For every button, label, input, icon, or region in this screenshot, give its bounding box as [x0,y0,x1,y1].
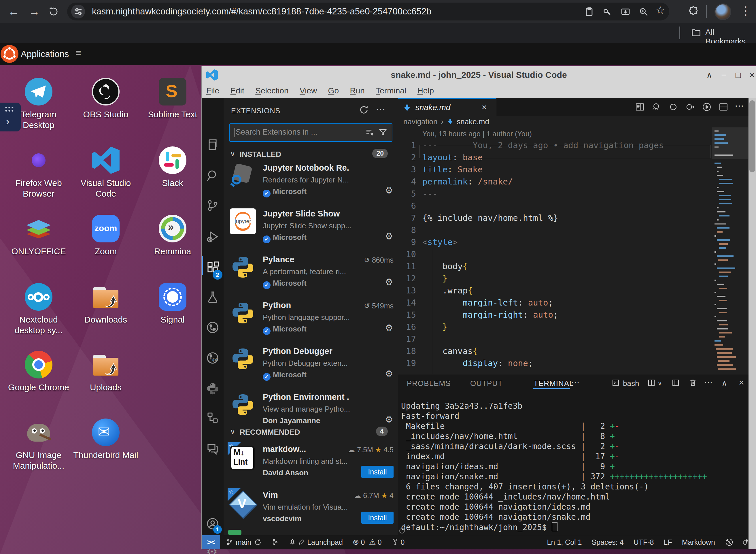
gitlens-annotate-icon[interactable] [652,102,662,112]
page-scrollbar[interactable] [749,98,756,549]
source-control-icon[interactable] [206,199,219,212]
cursor-position[interactable]: Ln 1, Col 1 [547,538,582,547]
installed-section-header[interactable]: ∨ INSTALLED 20 [224,149,398,160]
tab-problems[interactable]: PROBLEMS [407,379,451,388]
sync-icon[interactable] [254,539,262,546]
install-button[interactable]: Install [361,512,393,524]
code-line[interactable]: 4permalink: /snake/ [398,175,712,188]
panel-tabs-more-icon[interactable]: ⋯ [571,377,580,387]
panel-more-icon[interactable]: ⋯ [704,377,713,387]
desktop-icon-chrome[interactable]: Google Chrome [6,351,71,393]
menu-go[interactable]: Go [328,86,339,96]
encoding[interactable]: UTF-8 [634,538,654,547]
desktop-icon-uploads[interactable]: Uploads [73,351,139,393]
terminal-output[interactable]: Updating 3a52a43..7a1fe3bFast-forward Ma… [401,401,707,532]
extension-item[interactable]: Jupyter Notebook Re... Renderers for Jup… [224,160,398,206]
tab-terminal[interactable]: TERMINAL [533,379,574,388]
code-line[interactable]: 12 } [398,272,712,284]
remote-indicator[interactable]: >< [202,535,220,549]
eol[interactable]: LF [664,538,672,547]
clipboard-icon[interactable] [584,7,594,17]
extension-item[interactable]: Python Debugger Python Debugger exten...… [224,344,398,389]
code-line[interactable]: 10 [398,248,712,260]
menu-view[interactable]: View [300,86,317,96]
breadcrumb-file[interactable]: snake.md [457,117,489,126]
split-editor-icon[interactable] [718,102,728,112]
desktop-icon-thunderbird[interactable]: ✉ Thunderbird Mail [73,419,139,460]
code-line[interactable]: 6 [398,200,712,212]
ports-status[interactable]: 0 [391,538,405,547]
tab-snake-md[interactable]: snake.md × [398,98,496,117]
code-line[interactable]: 18 canvas{ [398,345,712,357]
extension-gear-icon[interactable]: ⚙ [385,185,393,196]
url-text[interactable]: kasm.nighthawkcodingsociety.com/#/kasm/c… [92,3,431,20]
branch-status[interactable]: main [226,538,262,547]
browser-menu-icon[interactable]: ⋮ [740,4,751,17]
shell-name[interactable]: bash [623,379,639,388]
desktop-icon-nextcloud[interactable]: Nextcloud desktop sy... [6,283,71,335]
menu-selection[interactable]: Selection [255,86,289,96]
code-line[interactable]: 15 margin-right: auto; [398,309,712,321]
extension-item[interactable]: Python ↺ 549ms Python language suppor...… [224,298,398,344]
codelens-blame[interactable]: You, 13 hours ago | 1 author (You) [422,130,712,138]
clear-filter-icon[interactable] [365,128,374,136]
python-view-icon[interactable] [206,382,219,396]
filter-icon[interactable] [379,128,387,136]
menu-terminal[interactable]: Terminal [376,86,406,96]
cast-download-icon[interactable] [621,7,630,17]
bookmark-star-icon[interactable]: ☆ [655,4,665,16]
url-bar[interactable]: kasm.nighthawkcodingsociety.com/#/kasm/c… [67,3,669,20]
desktop-icon-remmina[interactable]: » Remmina [140,215,205,257]
comments-icon[interactable] [206,442,219,456]
code-line[interactable]: 8 [398,224,712,236]
remote-explorer-icon[interactable]: @ [206,351,219,365]
page-scrollbar-thumb[interactable] [749,100,755,172]
desktop-icon-telegram[interactable]: Telegram Desktop [6,78,71,130]
tab-close-icon[interactable]: × [482,102,487,112]
desktop-icon-sublime[interactable]: S Sublime Text [140,78,205,120]
forward-icon[interactable]: → [29,0,40,23]
screen-reader-off-icon[interactable] [725,538,734,547]
close-button[interactable]: × [746,69,756,81]
maximize-button[interactable]: □ [732,70,745,80]
panel-more-icon[interactable]: ⋯ [376,103,385,115]
code-line[interactable]: 7{% include nav/home.html %} [398,212,712,224]
indentation[interactable]: Spaces: 4 [591,538,624,547]
org-hierarchy-icon[interactable] [206,411,219,425]
desktop-icon-zoom[interactable]: zoom Zoom [73,215,139,257]
maximize-panel-icon[interactable]: ∧ [721,379,728,388]
extension-gear-icon[interactable]: ⚙ [385,277,393,287]
split-terminal-icon[interactable] [647,379,656,387]
kill-terminal-trash-icon[interactable] [689,378,697,387]
git-graph-button[interactable] [271,539,279,546]
testing-icon[interactable] [206,290,219,304]
tab-output[interactable]: OUTPUT [470,379,503,388]
next-change-icon[interactable] [685,102,695,112]
code-line[interactable]: 9<style> [398,236,712,248]
zoom-icon[interactable] [639,7,648,17]
recommended-section-header[interactable]: ∨ RECOMMENDED 4 [224,427,398,438]
desktop-icon-gimp[interactable]: GNU Image Manipulatio... [6,419,71,471]
menu-run[interactable]: Run [350,86,365,96]
code-line[interactable]: 5--- [398,188,712,200]
code-line[interactable]: 19 display: none; [398,357,712,369]
applications-hamburger-icon[interactable]: ≡ [75,47,81,58]
launchpad-button[interactable]: Launchpad [289,538,343,547]
extension-item[interactable]: jupyter Jupyter Slide Show Jupyter Slide… [224,206,398,252]
extensions-puzzle-icon[interactable] [688,6,699,17]
desktop-icon-signal[interactable]: Signal [140,283,205,325]
desktop-icon-vscode[interactable]: Visual Studio Code [73,147,139,199]
extension-gear-icon[interactable]: ⚙ [385,368,393,379]
code-line[interactable]: 11 body{ [398,260,712,272]
panel-layout-icon[interactable] [671,379,680,387]
extension-item[interactable]: Pylance ↺ 860ms A performant, feature-ri… [224,252,398,298]
minimize-button[interactable]: − [717,70,730,80]
menu-file[interactable]: File [206,86,219,96]
desktop-icon-firefox[interactable]: Firefox Web Browser [6,147,71,199]
site-settings-icon[interactable] [71,5,85,18]
desktop-icon-obs[interactable]: OBS Studio [73,78,139,120]
explorer-icon[interactable] [206,138,219,152]
password-key-icon[interactable] [603,7,612,17]
extension-gear-icon[interactable]: ⚙ [385,414,393,425]
applications-menu[interactable]: Applications [21,49,69,59]
